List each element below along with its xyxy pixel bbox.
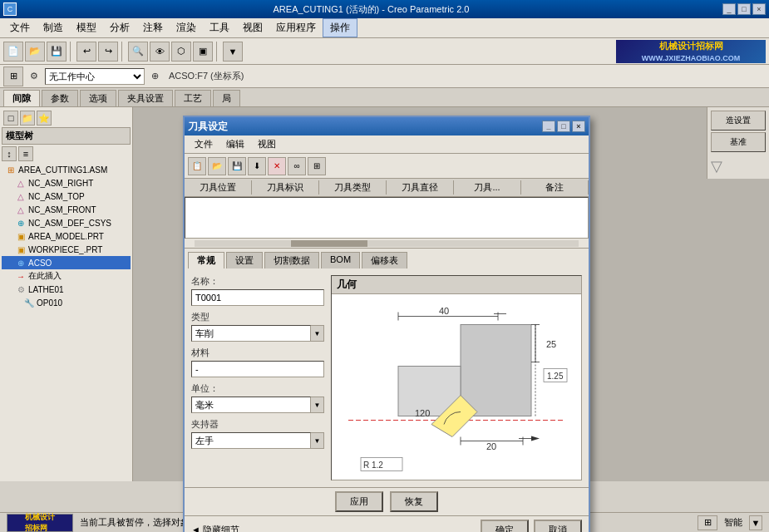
type-dropdown-btn[interactable]: ▼: [311, 325, 324, 342]
tree-item-top[interactable]: △ NC_ASM_TOP: [2, 190, 131, 203]
dialog-close-btn[interactable]: ×: [572, 121, 585, 132]
h-scrollbar[interactable]: [185, 239, 589, 249]
tab-process[interactable]: 工艺: [175, 90, 211, 106]
tree-btn2[interactable]: 📁: [20, 111, 35, 126]
dialog-tab-offset[interactable]: 偏移表: [362, 252, 407, 268]
new-button[interactable]: 📄: [3, 42, 23, 62]
dialog-minimize-btn[interactable]: _: [542, 121, 555, 132]
menu-view[interactable]: 视图: [236, 19, 269, 37]
unit-input[interactable]: [191, 397, 311, 413]
undo-button[interactable]: ↩: [76, 42, 96, 62]
name-input[interactable]: [191, 289, 324, 306]
holder-dropdown-btn[interactable]: ▼: [311, 432, 324, 449]
tool-table[interactable]: [185, 197, 589, 239]
orient-button[interactable]: ⬡: [171, 42, 191, 62]
datum-btn[interactable]: 基准: [711, 132, 766, 152]
tree-item-front[interactable]: △ NC_ASM_FRONT: [2, 203, 131, 216]
tree-btn1[interactable]: □: [3, 111, 18, 126]
zoom-button[interactable]: 🔍: [128, 42, 148, 62]
view-button[interactable]: 👁: [150, 42, 170, 62]
ok-button[interactable]: 确定: [481, 520, 529, 532]
dialog-tab-cut[interactable]: 切割数据: [264, 252, 319, 268]
construction-settings-btn[interactable]: 造设置: [711, 111, 766, 131]
cs-value: ACSO:F7 (坐标系): [165, 70, 247, 82]
minimize-button[interactable]: _: [722, 3, 736, 15]
dialog-menu-bar: 文件 编辑 视图: [185, 135, 589, 154]
extra-button[interactable]: ▼: [223, 42, 243, 62]
menu-annotation[interactable]: 注释: [136, 19, 170, 37]
cancel-button[interactable]: 取消: [534, 520, 582, 532]
dlg-open-btn[interactable]: 📂: [208, 157, 226, 175]
redo-button[interactable]: ↪: [98, 42, 118, 62]
model-tree-btn[interactable]: ⊞: [3, 66, 23, 86]
dialog-menu-file[interactable]: 文件: [188, 136, 219, 152]
h-scrollthumb[interactable]: [291, 240, 367, 247]
dialog-menu-view[interactable]: 视图: [251, 136, 283, 152]
tree-item-insert[interactable]: → 在此插入: [2, 269, 131, 283]
dlg-save-btn[interactable]: 💾: [228, 157, 246, 175]
dialog-window-controls[interactable]: _ □ ×: [542, 121, 585, 132]
dlg-link-btn[interactable]: ∞: [288, 157, 306, 175]
tree-item-right[interactable]: △ NC_ASM_RIGHT: [2, 176, 131, 190]
dialog-menu-edit[interactable]: 编辑: [219, 136, 251, 152]
tree-item-acso[interactable]: ⊕ ACSO: [2, 256, 131, 269]
dialog-maximize-btn[interactable]: □: [557, 121, 570, 132]
dialog-tab-bom[interactable]: BOM: [321, 252, 360, 268]
apply-button[interactable]: 应用: [335, 491, 383, 512]
display-button[interactable]: ▣: [193, 42, 213, 62]
dim-125-label: 1.25: [547, 372, 564, 381]
menu-ops[interactable]: 操作: [323, 18, 357, 37]
hide-details-btn[interactable]: ◄ 隐藏细节: [191, 524, 239, 532]
open-button[interactable]: 📂: [25, 42, 45, 62]
tab-clearance[interactable]: 间隙: [3, 90, 40, 106]
tree-item-workpiece[interactable]: ▣ WORKPIECE_.PRT: [2, 243, 131, 256]
menu-file[interactable]: 文件: [3, 19, 37, 37]
restore-button[interactable]: 恢复: [390, 491, 438, 512]
dialog-tab-settings[interactable]: 设置: [226, 252, 263, 268]
dialog-tab-general[interactable]: 常规: [188, 252, 224, 268]
tree-item-root[interactable]: ⊞ AREA_CUTTING1.ASM: [2, 163, 131, 176]
type-field-group: 类型 ▼: [191, 311, 324, 342]
part-icon-2: ▣: [15, 244, 27, 255]
type-input[interactable]: [191, 325, 311, 342]
dlg-table-btn[interactable]: ⊞: [308, 157, 326, 175]
name-label: 名称：: [191, 275, 324, 288]
dim-20-label: 20: [486, 441, 496, 451]
dlg-import-btn[interactable]: ⬇: [248, 157, 266, 175]
menu-manufacture[interactable]: 制造: [37, 19, 70, 37]
tab-params[interactable]: 参数: [42, 90, 78, 106]
save-button[interactable]: 💾: [47, 42, 67, 62]
sort-btn[interactable]: ↕: [2, 146, 17, 161]
status-dropdown-btn[interactable]: ▼: [749, 515, 762, 530]
close-button[interactable]: ×: [752, 3, 766, 15]
menu-analysis[interactable]: 分析: [103, 19, 136, 37]
tree-item-op010[interactable]: 🔧 OP010: [2, 296, 131, 309]
model-tree-panel: □ 📁 ⭐ 模型树 ↕ ≡ ⊞ AREA_CUTTING1.ASM △ NC_A…: [0, 107, 133, 481]
dlg-delete-btn[interactable]: ✕: [268, 157, 286, 175]
tree-item-model[interactable]: ▣ AREA_MODEL.PRT: [2, 229, 131, 243]
tab-fixture[interactable]: 夹具设置: [118, 90, 173, 106]
type-select-wrapper: ▼: [191, 325, 324, 342]
asm-icon: ⊞: [5, 164, 17, 175]
status-mode: 智能: [724, 516, 742, 529]
tree-item-lathe01[interactable]: ⚙ LATHE01: [2, 283, 131, 296]
menu-render[interactable]: 渲染: [170, 19, 203, 37]
menu-tools[interactable]: 工具: [203, 19, 236, 37]
tree-item-csys[interactable]: ⊕ NC_ASM_DEF_CSYS: [2, 216, 131, 229]
tree-btn3[interactable]: ⭐: [37, 111, 52, 126]
material-input[interactable]: [191, 361, 324, 377]
window-controls[interactable]: _ □ ×: [722, 3, 766, 15]
tab-options[interactable]: 选项: [80, 90, 116, 106]
unit-dropdown-btn[interactable]: ▼: [311, 397, 324, 413]
filter-btn[interactable]: ≡: [18, 146, 33, 161]
work-center-select[interactable]: 无工作中心: [45, 68, 145, 85]
geom-title: 几何: [332, 276, 581, 294]
holder-input[interactable]: [191, 432, 311, 449]
status-icon1[interactable]: ⊞: [698, 515, 717, 530]
tab-local[interactable]: 局: [213, 90, 240, 106]
maximize-button[interactable]: □: [737, 3, 751, 15]
menu-apps[interactable]: 应用程序: [269, 19, 323, 37]
right-icon-area: ▽: [711, 157, 766, 175]
menu-model[interactable]: 模型: [70, 19, 103, 37]
dlg-new-btn[interactable]: 📋: [188, 157, 206, 175]
